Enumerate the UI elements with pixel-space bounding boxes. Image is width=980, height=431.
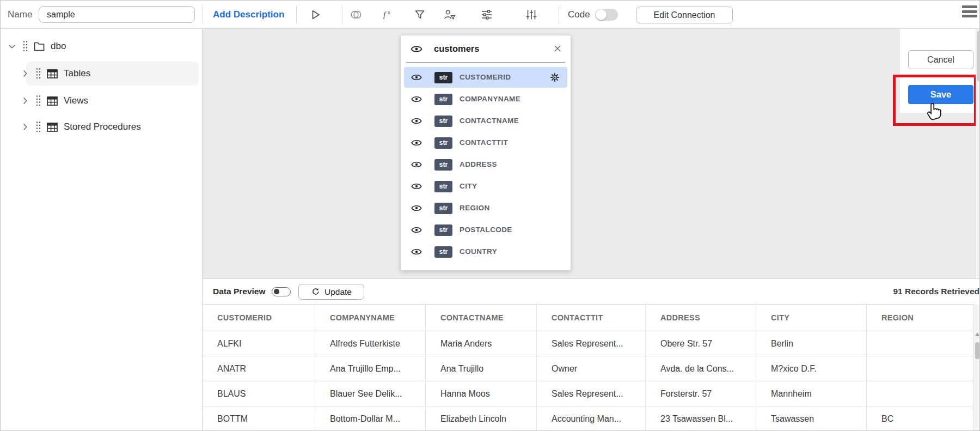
table-row: BOTTM Bottom-Dollar M... Elizabeth Linco… <box>203 406 973 431</box>
tree-label: Tables <box>64 68 90 79</box>
column-settings-icon[interactable] <box>525 8 538 21</box>
sidebar-item-tables[interactable]: Tables <box>1 62 202 86</box>
table-scrollbar[interactable] <box>973 304 980 431</box>
table-card-customers: customers str CUSTOMERID str COMPANYNAME… <box>400 35 571 271</box>
function-icon[interactable]: fx <box>382 8 395 21</box>
user-filter-icon[interactable] <box>443 8 456 21</box>
eye-icon[interactable] <box>411 180 422 192</box>
field-row-contactname[interactable]: str CONTACTNAME <box>404 111 567 131</box>
folder-icon <box>33 40 46 53</box>
column-header: CONTACTNAME <box>426 305 537 331</box>
table-cell: Avda. de la Cons... <box>646 356 756 381</box>
table-cell: M?xico D.F. <box>756 356 867 381</box>
table-cell: BLAUS <box>203 381 315 406</box>
table-cell: Sales Represent... <box>537 381 646 406</box>
field-row-customerid[interactable]: str CUSTOMERID <box>404 67 567 88</box>
update-button[interactable]: Update <box>298 284 364 300</box>
refresh-icon <box>311 287 320 296</box>
type-badge: str <box>434 203 452 214</box>
field-name: CITY <box>460 176 477 197</box>
table-cell <box>867 381 973 406</box>
settings-sliders-icon[interactable] <box>480 8 493 21</box>
tree-label: Stored Procedures <box>64 122 141 132</box>
filter-icon[interactable] <box>413 8 426 21</box>
field-name: REGION <box>460 198 490 218</box>
app-window: Name Add Description fx <box>0 0 980 431</box>
table-title: customers <box>434 35 479 62</box>
table-cell: Blauer See Delik... <box>315 381 426 406</box>
records-count: 91 Records Retrieved <box>893 279 979 304</box>
eye-icon[interactable] <box>411 202 422 214</box>
drag-handle-icon[interactable] <box>35 95 41 107</box>
divider <box>296 6 297 23</box>
table-cell: Forsterstr. 57 <box>646 381 756 406</box>
scrollbar-thumb[interactable] <box>977 31 980 81</box>
eye-icon[interactable] <box>411 137 422 149</box>
eye-icon[interactable] <box>411 246 422 258</box>
divider <box>342 6 342 23</box>
field-row-country[interactable]: str COUNTRY <box>404 241 567 262</box>
table-icon <box>46 94 59 107</box>
add-description-link[interactable]: Add Description <box>213 1 284 29</box>
eye-icon[interactable] <box>411 93 422 105</box>
type-badge: str <box>434 181 452 192</box>
field-row-city[interactable]: str CITY <box>404 176 567 197</box>
eye-icon[interactable] <box>411 71 422 83</box>
table-cell <box>867 331 973 356</box>
eye-icon[interactable] <box>411 115 422 127</box>
scrollbar-thumb[interactable] <box>975 342 979 359</box>
eye-icon[interactable] <box>410 43 423 56</box>
chevron-right-icon[interactable] <box>19 95 31 107</box>
field-row-companyname[interactable]: str COMPANYNAME <box>404 89 567 110</box>
sidebar-item-stored-procedures[interactable]: Stored Procedures <box>1 115 202 139</box>
type-badge: str <box>434 94 452 105</box>
eye-icon[interactable] <box>411 159 422 171</box>
preview-table: CUSTOMERID COMPANYNAME CONTACTNAME CONTA… <box>203 304 973 431</box>
gear-icon[interactable] <box>549 71 561 83</box>
chevron-right-icon[interactable] <box>19 68 31 80</box>
type-badge: str <box>434 224 452 236</box>
update-label: Update <box>324 287 352 297</box>
close-icon[interactable] <box>552 43 563 54</box>
drag-handle-icon[interactable] <box>35 68 41 80</box>
eye-icon[interactable] <box>411 224 422 236</box>
sidebar-item-dbo[interactable]: dbo <box>1 35 202 57</box>
run-icon[interactable] <box>309 8 322 21</box>
data-preview-label: Data Preview <box>213 279 266 304</box>
design-canvas <box>203 29 980 278</box>
menu-icon[interactable] <box>962 5 977 20</box>
table-cell: Elizabeth Lincoln <box>426 406 537 431</box>
table-cell: BOTTM <box>203 406 315 431</box>
table-header-row: CUSTOMERID COMPANYNAME CONTACTNAME CONTA… <box>203 304 973 331</box>
table-icon <box>46 120 59 133</box>
code-toggle[interactable] <box>595 9 618 21</box>
field-name: CONTACTTIT <box>460 132 508 153</box>
column-header: COMPANYNAME <box>315 305 426 331</box>
table-cell <box>867 356 973 381</box>
field-row-address[interactable]: str ADDRESS <box>404 154 567 175</box>
save-button[interactable]: Save <box>908 85 973 104</box>
name-input[interactable] <box>39 7 194 22</box>
field-row-postalcode[interactable]: str POSTALCODE <box>404 220 567 240</box>
join-icon[interactable] <box>350 8 363 21</box>
divider <box>406 62 565 63</box>
data-preview-panel: Data Preview Update 91 Records Retrieved… <box>203 278 980 431</box>
scroll-up-icon[interactable] <box>975 332 979 336</box>
cancel-button[interactable]: Cancel <box>908 50 973 69</box>
edit-connection-button[interactable]: Edit Connection <box>636 7 733 23</box>
chevron-down-icon[interactable] <box>6 40 18 52</box>
data-preview-toggle[interactable] <box>272 287 291 296</box>
field-name: ADDRESS <box>460 154 497 175</box>
field-row-contacttit[interactable]: str CONTACTTIT <box>404 132 567 153</box>
type-badge: str <box>434 72 452 83</box>
chevron-right-icon[interactable] <box>19 121 31 133</box>
field-row-region[interactable]: str REGION <box>404 198 567 218</box>
table-cell: Bottom-Dollar M... <box>315 406 426 431</box>
canvas-scrollbar[interactable] <box>976 29 980 278</box>
type-badge: str <box>434 246 452 258</box>
tree-label: Views <box>64 95 88 106</box>
sidebar-item-views[interactable]: Views <box>1 89 202 113</box>
table-cell: Mannheim <box>756 381 867 406</box>
drag-handle-icon[interactable] <box>35 121 41 133</box>
drag-handle-icon[interactable] <box>22 40 28 52</box>
